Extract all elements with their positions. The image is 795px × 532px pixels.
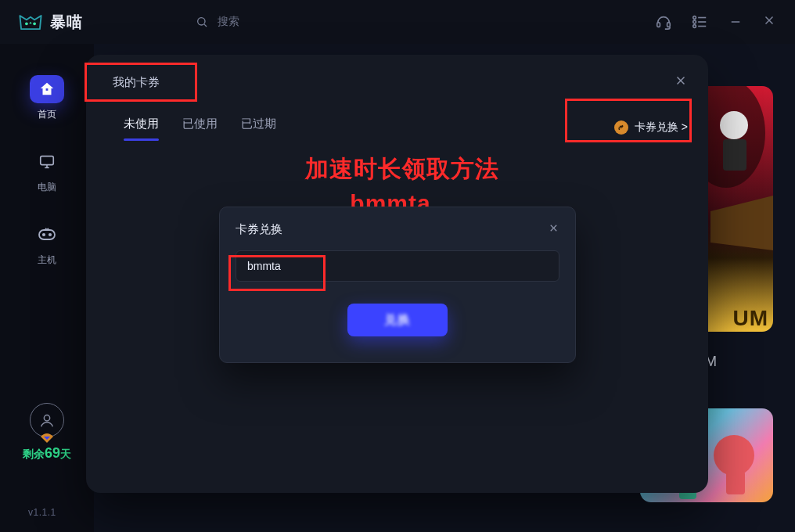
tab-expired[interactable]: 已过期 bbox=[241, 117, 276, 139]
svg-point-20 bbox=[43, 234, 45, 235]
svg-text:UM: UM bbox=[732, 306, 768, 330]
sidebar: 首页 电脑 主机 剩余69天 bbox=[0, 44, 94, 532]
search-icon bbox=[192, 13, 211, 31]
modal-header: 卡券兑换 bbox=[236, 221, 559, 238]
headset-icon[interactable] bbox=[654, 13, 673, 31]
exchange-code-input[interactable] bbox=[236, 250, 559, 282]
nav-label: 首页 bbox=[38, 108, 56, 121]
svg-point-0 bbox=[25, 22, 28, 25]
svg-point-8 bbox=[693, 20, 696, 23]
remain-days: 剩余69天 bbox=[23, 445, 71, 462]
home-icon bbox=[30, 75, 64, 103]
modal-title: 卡券兑换 bbox=[236, 222, 282, 237]
modal-actions: 兑换 bbox=[236, 304, 559, 336]
tab-unused[interactable]: 未使用 bbox=[124, 117, 159, 139]
version-label: v1.1.1 bbox=[28, 507, 56, 518]
settings-list-icon[interactable] bbox=[690, 13, 709, 31]
exchange-label: 卡券兑换 > bbox=[635, 120, 688, 135]
svg-point-6 bbox=[693, 16, 696, 20]
avatar-icon bbox=[30, 403, 64, 437]
coupon-panel-title: 我的卡券 bbox=[106, 72, 166, 93]
search-wrap[interactable]: 搜索 bbox=[192, 13, 239, 31]
top-actions bbox=[654, 12, 786, 32]
app-logo-icon bbox=[17, 12, 44, 32]
svg-point-2 bbox=[198, 18, 205, 25]
confirm-exchange-button[interactable]: 兑换 bbox=[347, 304, 448, 336]
exchange-link[interactable]: 卡券兑换 > bbox=[614, 120, 688, 135]
brand-name: 暴喵 bbox=[50, 12, 83, 33]
svg-rect-5 bbox=[667, 23, 671, 27]
svg-rect-19 bbox=[39, 230, 55, 239]
tab-used[interactable]: 已使用 bbox=[182, 117, 218, 139]
modal-close-icon[interactable] bbox=[548, 221, 559, 238]
svg-point-27 bbox=[714, 435, 754, 476]
nav-pc[interactable]: 电脑 bbox=[30, 148, 64, 194]
avatar-badge-icon bbox=[41, 432, 53, 441]
svg-line-3 bbox=[204, 24, 207, 27]
nav-label: 电脑 bbox=[38, 181, 56, 194]
avatar-wrap[interactable]: 剩余69天 bbox=[23, 403, 71, 462]
logo-wrap: 暴喵 bbox=[9, 12, 83, 33]
svg-point-22 bbox=[44, 415, 49, 421]
minimize-icon[interactable] bbox=[726, 13, 745, 31]
guide-line1: 加速时长领取方法 bbox=[305, 152, 499, 186]
coupon-panel-close-icon[interactable] bbox=[674, 74, 688, 92]
confirm-label: 兑换 bbox=[384, 312, 411, 329]
close-window-icon[interactable] bbox=[762, 12, 776, 32]
exchange-modal: 卡券兑换 兑换 bbox=[219, 207, 576, 363]
coupon-panel: 我的卡券 未使用 已使用 已过期 卡券兑换 > 加速时长领取方法 bmmta 卡… bbox=[86, 55, 708, 493]
svg-rect-28 bbox=[726, 471, 745, 494]
coupon-header: 我的卡券 bbox=[106, 72, 688, 93]
svg-point-10 bbox=[693, 25, 696, 28]
topbar: 暴喵 搜索 bbox=[0, 0, 795, 44]
svg-rect-25 bbox=[723, 139, 746, 171]
svg-rect-15 bbox=[46, 88, 49, 91]
tabs-row: 未使用 已使用 已过期 卡券兑换 > bbox=[106, 112, 688, 143]
svg-point-21 bbox=[49, 234, 51, 235]
nav-console[interactable]: 主机 bbox=[30, 221, 64, 267]
svg-point-24 bbox=[720, 111, 748, 139]
search-placeholder: 搜索 bbox=[218, 15, 239, 29]
nav-home[interactable]: 首页 bbox=[30, 75, 64, 121]
svg-rect-16 bbox=[41, 156, 54, 165]
exchange-coin-icon bbox=[614, 120, 628, 135]
console-icon bbox=[30, 221, 64, 249]
svg-rect-4 bbox=[657, 23, 660, 27]
svg-point-1 bbox=[33, 22, 36, 25]
nav-label: 主机 bbox=[38, 253, 56, 267]
coupon-tabs: 未使用 已使用 已过期 bbox=[106, 117, 276, 139]
monitor-icon bbox=[30, 148, 64, 176]
